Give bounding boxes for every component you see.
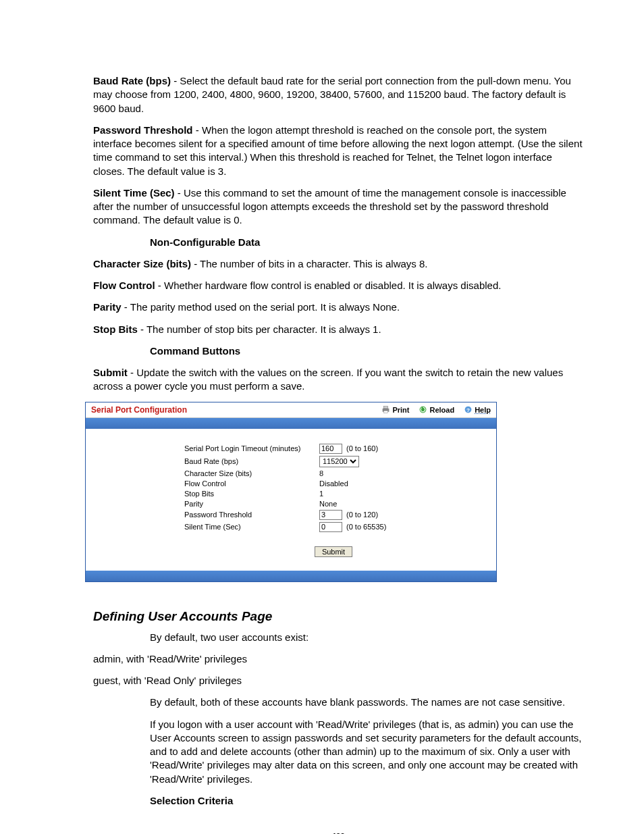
label-timeout: Serial Port Login Timeout (minutes) <box>184 444 319 452</box>
help-icon: ? <box>464 405 473 414</box>
print-button[interactable]: Print <box>381 405 409 414</box>
input-silent[interactable] <box>319 522 342 532</box>
select-baud[interactable]: 115200 <box>319 456 359 467</box>
label-baud: Baud Rate (bps) <box>184 457 319 465</box>
panel-header: Serial Port Configuration Print Reload ?… <box>86 402 496 418</box>
para-rw-desc: If you logon with a user account with 'R… <box>93 718 583 786</box>
help-label: Help <box>475 406 491 414</box>
range-silent: (0 to 65535) <box>346 523 386 531</box>
label-silent: Silent Time (Sec) <box>184 523 319 531</box>
para-blank-pwd: By default, both of these accounts have … <box>93 696 583 709</box>
label-pwdthr: Password Threshold <box>184 511 319 519</box>
para-flowctl: Flow Control - Whether hardware flow con… <box>93 279 583 292</box>
heading-cmdbtn: Command Buttons <box>93 344 583 358</box>
label-parity: Parity <box>184 500 319 508</box>
label-charsize: Character Size (bits) <box>184 469 319 477</box>
input-timeout[interactable] <box>319 444 342 454</box>
para-charsize: Character Size (bits) - The number of bi… <box>93 257 583 271</box>
bullet-admin: admin, with 'Read/Write' privileges <box>93 652 583 666</box>
input-pwdthr[interactable] <box>319 510 342 520</box>
reload-icon <box>419 405 427 414</box>
panel-divider <box>86 418 496 429</box>
serial-port-config-panel: Serial Port Configuration Print Reload ?… <box>85 402 497 582</box>
value-parity: None <box>319 500 337 508</box>
para-submit-desc: Submit - Update the switch with the valu… <box>93 366 583 394</box>
para-silent: Silent Time (Sec) - Use this command to … <box>93 186 583 228</box>
para-pwdthr: Password Threshold - When the logon atte… <box>93 124 583 178</box>
print-label: Print <box>392 406 409 414</box>
submit-button[interactable]: Submit <box>315 546 352 557</box>
para-stopbits: Stop Bits - The number of stop bits per … <box>93 323 583 336</box>
bullet-guest: guest, with 'Read Only' privileges <box>93 674 583 687</box>
range-pwdthr: (0 to 120) <box>346 511 378 519</box>
reload-button[interactable]: Reload <box>419 405 454 414</box>
range-timeout: (0 to 160) <box>346 444 378 452</box>
heading-user-accounts: Defining User Accounts Page <box>93 609 583 624</box>
label-stopbits: Stop Bits <box>184 490 319 498</box>
para-baud: Baud Rate (bps) - Select the default bau… <box>93 74 583 115</box>
printer-icon <box>381 405 390 414</box>
reload-label: Reload <box>429 406 454 414</box>
lead-user-accounts: By default, two user accounts exist: <box>93 631 583 644</box>
label-flowctl: Flow Control <box>184 479 319 488</box>
heading-noncfg: Non-Configurable Data <box>93 236 583 249</box>
value-charsize: 8 <box>319 469 323 477</box>
svg-rect-2 <box>384 411 389 413</box>
value-stopbits: 1 <box>319 490 323 498</box>
panel-title: Serial Port Configuration <box>91 405 381 415</box>
value-flowctl: Disabled <box>319 479 348 488</box>
svg-rect-1 <box>384 407 389 409</box>
panel-footer-bar <box>86 571 496 581</box>
para-parity: Parity - The parity method used on the s… <box>93 301 583 314</box>
heading-selection-criteria: Selection Criteria <box>93 794 583 808</box>
svg-text:?: ? <box>466 407 470 413</box>
help-button[interactable]: ? Help <box>464 405 491 414</box>
